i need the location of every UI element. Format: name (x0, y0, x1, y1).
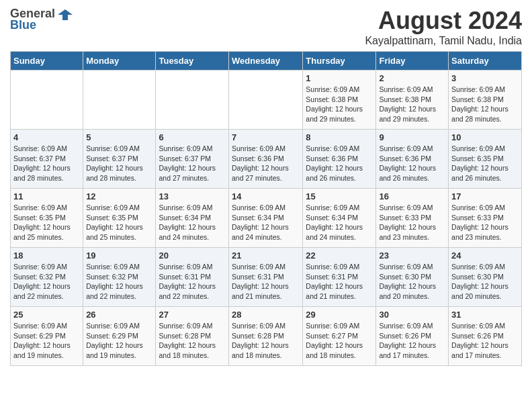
calendar-cell: 8Sunrise: 6:09 AM Sunset: 6:36 PM Daylig… (303, 130, 376, 189)
cell-info: Sunrise: 6:09 AM Sunset: 6:34 PM Dayligh… (159, 203, 226, 242)
calendar-cell: 31Sunrise: 6:09 AM Sunset: 6:26 PM Dayli… (449, 307, 522, 366)
cell-info: Sunrise: 6:09 AM Sunset: 6:38 PM Dayligh… (379, 85, 445, 124)
cell-info: Sunrise: 6:09 AM Sunset: 6:31 PM Dayligh… (306, 262, 373, 302)
cell-day-number: 11 (13, 191, 80, 201)
cell-day-number: 22 (306, 250, 373, 261)
calendar-cell: 18Sunrise: 6:09 AM Sunset: 6:32 PM Dayli… (11, 248, 83, 307)
cell-info: Sunrise: 6:09 AM Sunset: 6:32 PM Dayligh… (86, 262, 152, 302)
calendar-cell: 13Sunrise: 6:09 AM Sunset: 6:34 PM Dayli… (156, 189, 229, 248)
cell-day-number: 6 (159, 132, 226, 142)
calendar-header-row: SundayMondayTuesdayWednesdayThursdayFrid… (11, 52, 522, 71)
cell-info: Sunrise: 6:09 AM Sunset: 6:28 PM Dayligh… (159, 321, 226, 361)
calendar-cell: 5Sunrise: 6:09 AM Sunset: 6:37 PM Daylig… (83, 130, 156, 189)
calendar-cell: 3Sunrise: 6:09 AM Sunset: 6:38 PM Daylig… (449, 71, 522, 130)
calendar-cell: 15Sunrise: 6:09 AM Sunset: 6:34 PM Dayli… (303, 189, 376, 248)
calendar-table: SundayMondayTuesdayWednesdayThursdayFrid… (10, 51, 522, 366)
calendar-cell (83, 71, 156, 130)
cell-day-number: 15 (306, 191, 373, 201)
location-subtitle: Kayalpattinam, Tamil Nadu, India (365, 35, 522, 47)
cell-info: Sunrise: 6:09 AM Sunset: 6:36 PM Dayligh… (306, 144, 373, 183)
cell-day-number: 28 (232, 310, 300, 320)
calendar-cell (229, 71, 303, 130)
cell-day-number: 23 (379, 250, 445, 261)
calendar-day-header: Monday (83, 52, 156, 71)
cell-info: Sunrise: 6:09 AM Sunset: 6:34 PM Dayligh… (306, 203, 373, 242)
cell-day-number: 1 (306, 73, 373, 83)
cell-info: Sunrise: 6:09 AM Sunset: 6:28 PM Dayligh… (232, 321, 300, 361)
calendar-cell: 20Sunrise: 6:09 AM Sunset: 6:31 PM Dayli… (156, 248, 229, 307)
calendar-cell: 10Sunrise: 6:09 AM Sunset: 6:35 PM Dayli… (449, 130, 522, 189)
calendar-day-header: Thursday (303, 52, 376, 71)
calendar-cell: 23Sunrise: 6:09 AM Sunset: 6:30 PM Dayli… (376, 248, 449, 307)
calendar-cell: 7Sunrise: 6:09 AM Sunset: 6:36 PM Daylig… (229, 130, 303, 189)
calendar-cell: 25Sunrise: 6:09 AM Sunset: 6:29 PM Dayli… (11, 307, 83, 366)
cell-info: Sunrise: 6:09 AM Sunset: 6:37 PM Dayligh… (86, 144, 152, 183)
cell-info: Sunrise: 6:09 AM Sunset: 6:30 PM Dayligh… (451, 262, 519, 302)
cell-info: Sunrise: 6:09 AM Sunset: 6:35 PM Dayligh… (13, 203, 80, 242)
cell-day-number: 19 (86, 250, 152, 261)
calendar-day-header: Tuesday (156, 52, 229, 71)
calendar-cell: 6Sunrise: 6:09 AM Sunset: 6:37 PM Daylig… (156, 130, 229, 189)
calendar-week-row: 18Sunrise: 6:09 AM Sunset: 6:32 PM Dayli… (11, 248, 522, 307)
cell-day-number: 2 (379, 73, 445, 83)
calendar-day-header: Saturday (449, 52, 522, 71)
cell-info: Sunrise: 6:09 AM Sunset: 6:30 PM Dayligh… (379, 262, 445, 302)
calendar-cell: 11Sunrise: 6:09 AM Sunset: 6:35 PM Dayli… (11, 189, 83, 248)
cell-info: Sunrise: 6:09 AM Sunset: 6:34 PM Dayligh… (232, 203, 300, 242)
cell-info: Sunrise: 6:09 AM Sunset: 6:33 PM Dayligh… (451, 203, 519, 242)
calendar-cell: 28Sunrise: 6:09 AM Sunset: 6:28 PM Dayli… (229, 307, 303, 366)
calendar-week-row: 4Sunrise: 6:09 AM Sunset: 6:37 PM Daylig… (11, 130, 522, 189)
cell-info: Sunrise: 6:09 AM Sunset: 6:35 PM Dayligh… (86, 203, 152, 242)
calendar-week-row: 25Sunrise: 6:09 AM Sunset: 6:29 PM Dayli… (11, 307, 522, 366)
calendar-week-row: 1Sunrise: 6:09 AM Sunset: 6:38 PM Daylig… (11, 71, 522, 130)
calendar-cell: 21Sunrise: 6:09 AM Sunset: 6:31 PM Dayli… (229, 248, 303, 307)
cell-info: Sunrise: 6:09 AM Sunset: 6:37 PM Dayligh… (159, 144, 226, 183)
calendar-cell: 17Sunrise: 6:09 AM Sunset: 6:33 PM Dayli… (449, 189, 522, 248)
cell-day-number: 24 (451, 250, 519, 261)
cell-day-number: 17 (451, 191, 519, 201)
logo: General Blue (10, 7, 73, 32)
calendar-day-header: Friday (376, 52, 449, 71)
calendar-cell: 27Sunrise: 6:09 AM Sunset: 6:28 PM Dayli… (156, 307, 229, 366)
calendar-cell (11, 71, 83, 130)
cell-day-number: 8 (306, 132, 373, 142)
cell-day-number: 12 (86, 191, 152, 201)
calendar-cell: 4Sunrise: 6:09 AM Sunset: 6:37 PM Daylig… (11, 130, 83, 189)
cell-day-number: 18 (13, 250, 80, 261)
cell-day-number: 4 (13, 132, 80, 142)
cell-day-number: 9 (379, 132, 445, 142)
cell-day-number: 21 (232, 250, 300, 261)
cell-info: Sunrise: 6:09 AM Sunset: 6:35 PM Dayligh… (451, 144, 519, 183)
cell-day-number: 16 (379, 191, 445, 201)
cell-info: Sunrise: 6:09 AM Sunset: 6:33 PM Dayligh… (379, 203, 445, 242)
cell-info: Sunrise: 6:09 AM Sunset: 6:36 PM Dayligh… (232, 144, 300, 183)
cell-day-number: 29 (306, 310, 373, 320)
cell-day-number: 20 (159, 250, 226, 261)
cell-day-number: 27 (159, 310, 226, 320)
title-area: August 2024 Kayalpattinam, Tamil Nadu, I… (365, 7, 522, 47)
cell-info: Sunrise: 6:09 AM Sunset: 6:38 PM Dayligh… (451, 85, 519, 124)
calendar-day-header: Wednesday (229, 52, 303, 71)
calendar-cell: 1Sunrise: 6:09 AM Sunset: 6:38 PM Daylig… (303, 71, 376, 130)
cell-day-number: 31 (451, 310, 519, 320)
calendar-day-header: Sunday (11, 52, 83, 71)
cell-info: Sunrise: 6:09 AM Sunset: 6:38 PM Dayligh… (306, 85, 373, 124)
svg-marker-0 (58, 9, 73, 20)
calendar-cell: 30Sunrise: 6:09 AM Sunset: 6:26 PM Dayli… (376, 307, 449, 366)
cell-info: Sunrise: 6:09 AM Sunset: 6:26 PM Dayligh… (379, 321, 445, 361)
cell-day-number: 30 (379, 310, 445, 320)
calendar-cell: 16Sunrise: 6:09 AM Sunset: 6:33 PM Dayli… (376, 189, 449, 248)
calendar-cell: 24Sunrise: 6:09 AM Sunset: 6:30 PM Dayli… (449, 248, 522, 307)
calendar-cell: 14Sunrise: 6:09 AM Sunset: 6:34 PM Dayli… (229, 189, 303, 248)
calendar-cell (156, 71, 229, 130)
cell-info: Sunrise: 6:09 AM Sunset: 6:29 PM Dayligh… (13, 321, 80, 361)
calendar-cell: 26Sunrise: 6:09 AM Sunset: 6:29 PM Dayli… (83, 307, 156, 366)
calendar-cell: 22Sunrise: 6:09 AM Sunset: 6:31 PM Dayli… (303, 248, 376, 307)
cell-day-number: 14 (232, 191, 300, 201)
calendar-cell: 2Sunrise: 6:09 AM Sunset: 6:38 PM Daylig… (376, 71, 449, 130)
cell-info: Sunrise: 6:09 AM Sunset: 6:37 PM Dayligh… (13, 144, 80, 183)
month-title: August 2024 (365, 7, 522, 35)
logo-bird-icon (58, 8, 73, 20)
calendar-cell: 19Sunrise: 6:09 AM Sunset: 6:32 PM Dayli… (83, 248, 156, 307)
cell-day-number: 25 (13, 310, 80, 320)
